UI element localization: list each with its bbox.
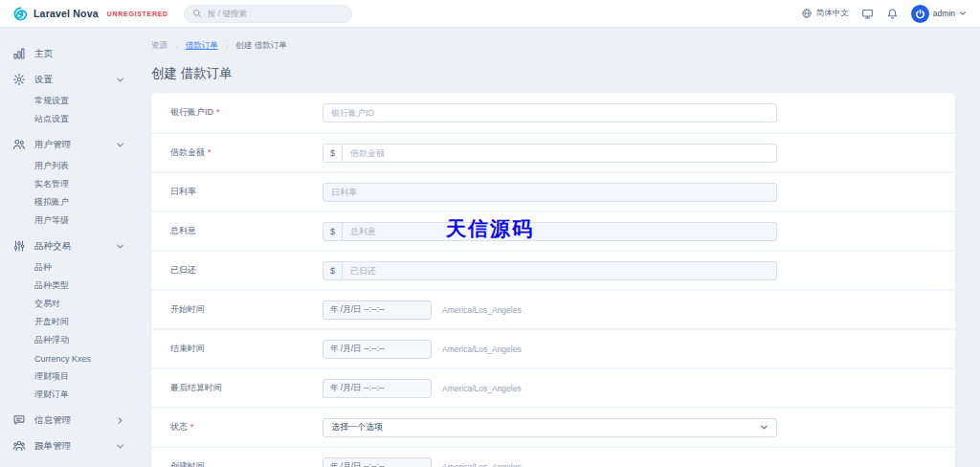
main-content: 资源 › 借款订单 › 创建 借款订单 创建 借款订单 银行账户ID*借款金额*… bbox=[137, 28, 980, 467]
top-header: Laravel Nova UNREGISTERED 简体中文 admin bbox=[0, 0, 980, 28]
form-row-last-settle-time: 最后结算时间年 /月/日 --:--:--America/Los_Angeles bbox=[151, 367, 955, 407]
form-row-loan-amount: 借款金额*$ bbox=[151, 132, 955, 171]
chevron-down-icon bbox=[760, 423, 768, 432]
field-label: 创建时间 bbox=[170, 460, 323, 467]
field-label: 银行账户ID* bbox=[170, 106, 323, 119]
required-marker: * bbox=[190, 422, 194, 432]
chevron-down-icon bbox=[116, 76, 124, 84]
sidebar-item-wealth-project[interactable]: 理财项目 bbox=[34, 367, 137, 386]
currency-prefix: $ bbox=[323, 222, 343, 241]
gear-icon bbox=[12, 73, 26, 86]
field-label-text: 创建时间 bbox=[170, 461, 205, 467]
status-select[interactable]: 选择一个选项 bbox=[323, 418, 777, 437]
sidebar-item-wealth-order[interactable]: 理财订单 bbox=[34, 386, 137, 404]
chevron-down-icon bbox=[959, 10, 967, 17]
brand-title: Laravel Nova bbox=[33, 8, 99, 19]
breadcrumb-current: 创建 借款订单 bbox=[235, 40, 286, 52]
field-label: 状态* bbox=[170, 421, 323, 434]
sidebar-item-label: 信息管理 bbox=[34, 414, 71, 427]
end-time-datetime-input[interactable]: 年 /月/日 --:--:-- bbox=[323, 340, 432, 359]
sidebar-item-currency-kxes[interactable]: Currency Kxes bbox=[34, 349, 137, 367]
form-row-status: 状态*选择一个选项 bbox=[151, 407, 955, 446]
username-label: admin bbox=[933, 9, 955, 18]
sidebar-item-symbol-type[interactable]: 品种类型 bbox=[34, 277, 137, 295]
global-search[interactable] bbox=[184, 5, 352, 23]
bell-icon[interactable] bbox=[886, 8, 899, 20]
field-label-text: 银行账户ID bbox=[170, 107, 213, 117]
repaid-currency-group: $ bbox=[323, 261, 777, 280]
sidebar-item-label: 主页 bbox=[34, 48, 53, 60]
sidebar-item-info-management[interactable]: 信息管理 bbox=[12, 411, 137, 430]
loan-amount-currency-group: $ bbox=[323, 144, 777, 163]
sidebar-item-label: 用户管理 bbox=[34, 139, 71, 151]
form-row-created-time: 创建时间年 /月/日 --:--:--America/Los_Angeles bbox=[151, 446, 955, 467]
sidebar-item-settings[interactable]: 设置 bbox=[12, 70, 137, 89]
field-label-text: 总利息 bbox=[170, 226, 196, 235]
select-value: 选择一个选项 bbox=[331, 421, 383, 434]
chevron-down-icon bbox=[116, 242, 124, 251]
sidebar-item-label: 设置 bbox=[34, 74, 53, 86]
bank-account-id-input[interactable] bbox=[323, 103, 777, 122]
chart-bar-icon bbox=[12, 47, 26, 60]
nav-group: 跟单管理 bbox=[12, 436, 137, 456]
sidebar-item-site-settings[interactable]: 站点设置 bbox=[34, 110, 137, 128]
field-label-text: 开始时间 bbox=[170, 304, 205, 314]
created-time-datetime-input[interactable]: 年 /月/日 --:--:-- bbox=[323, 457, 432, 467]
total-interest-input[interactable] bbox=[343, 222, 777, 241]
sidebar-item-general-settings[interactable]: 常规设置 bbox=[34, 92, 137, 110]
create-form-card: 银行账户ID*借款金额*$日利率总利息$已归还$开始时间年 /月/日 --:--… bbox=[151, 93, 955, 467]
timezone-label: America/Los_Angeles bbox=[442, 305, 522, 315]
daily-rate-input[interactable] bbox=[323, 183, 777, 202]
search-input[interactable] bbox=[208, 9, 344, 18]
sidebar-item-label: 跟单管理 bbox=[34, 440, 71, 453]
loan-amount-input[interactable] bbox=[343, 144, 777, 163]
breadcrumb-separator: › bbox=[226, 42, 229, 51]
nav-group: 主页 bbox=[12, 44, 137, 63]
chat-icon bbox=[12, 413, 26, 427]
breadcrumb-resources[interactable]: 资源 bbox=[151, 40, 167, 52]
nav-group: 信息管理 bbox=[12, 411, 137, 430]
avatar bbox=[911, 5, 929, 23]
nav-group: 品种交易品种品种类型交易对开盘时间品种浮动Currency Kxes理财项目理财… bbox=[12, 236, 137, 404]
start-time-datetime-input[interactable]: 年 /月/日 --:--:-- bbox=[323, 300, 432, 320]
monitor-icon[interactable] bbox=[861, 8, 874, 20]
currency-prefix: $ bbox=[323, 144, 343, 163]
sidebar-item-symbol-float[interactable]: 品种浮动 bbox=[34, 331, 137, 349]
sidebar-item-symbol-trading[interactable]: 品种交易 bbox=[12, 236, 137, 256]
field-label-text: 借款金额 bbox=[170, 147, 205, 157]
user-menu[interactable]: admin bbox=[911, 5, 967, 23]
repaid-input[interactable] bbox=[343, 261, 777, 280]
nav-group: 设置常规设置站点设置 bbox=[12, 70, 137, 128]
field-label: 最后结算时间 bbox=[170, 382, 323, 394]
users-group-icon bbox=[12, 439, 26, 453]
nav-sub-list: 常规设置站点设置 bbox=[12, 92, 137, 128]
field-label: 总利息 bbox=[170, 225, 323, 237]
field-label-text: 状态 bbox=[170, 422, 188, 432]
locale-label: 简体中文 bbox=[816, 8, 849, 19]
field-label: 开始时间 bbox=[170, 303, 323, 316]
sidebar-item-demo-account[interactable]: 模拟账户 bbox=[34, 193, 137, 211]
field-label: 借款金额* bbox=[170, 146, 323, 159]
sidebar-item-realname-management[interactable]: 实名管理 bbox=[34, 175, 137, 193]
timezone-label: America/Los_Angeles bbox=[442, 345, 522, 354]
sidebar-nav: 主页设置常规设置站点设置用户管理用户列表实名管理模拟账户用户等级品种交易品种品种… bbox=[0, 28, 137, 467]
form-row-total-interest: 总利息$ bbox=[151, 211, 955, 250]
field-label-text: 最后结算时间 bbox=[170, 383, 222, 392]
form-row-repaid: 已归还$ bbox=[151, 250, 955, 289]
required-marker: * bbox=[208, 147, 212, 157]
sidebar-item-home[interactable]: 主页 bbox=[12, 44, 137, 63]
sidebar-item-user-list[interactable]: 用户列表 bbox=[34, 157, 137, 175]
laravel-nova-logo-icon bbox=[13, 7, 28, 21]
locale-switcher[interactable]: 简体中文 bbox=[801, 8, 849, 19]
sidebar-item-open-time[interactable]: 开盘时间 bbox=[34, 313, 137, 331]
sidebar-item-user-management[interactable]: 用户管理 bbox=[12, 135, 137, 154]
sidebar-item-user-level[interactable]: 用户等级 bbox=[34, 211, 137, 230]
breadcrumb-loan-orders[interactable]: 借款订单 bbox=[186, 40, 218, 52]
sidebar-item-trading-pair[interactable]: 交易对 bbox=[34, 295, 137, 313]
field-label-text: 结束时间 bbox=[170, 344, 205, 353]
sidebar-item-symbol[interactable]: 品种 bbox=[34, 258, 137, 277]
timezone-label: America/Los_Angeles bbox=[442, 384, 522, 393]
sidebar-item-follow-management[interactable]: 跟单管理 bbox=[12, 436, 137, 456]
last-settle-time-datetime-input[interactable]: 年 /月/日 --:--:-- bbox=[323, 379, 432, 398]
users-icon bbox=[12, 138, 26, 151]
